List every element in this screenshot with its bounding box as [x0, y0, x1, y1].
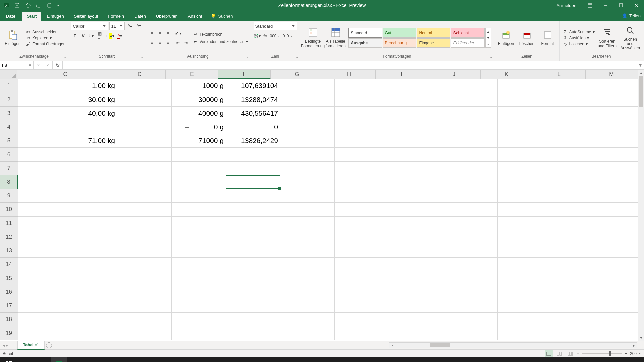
cell[interactable]	[335, 162, 389, 175]
font-color-button[interactable]: A ▾	[116, 32, 123, 40]
cell[interactable]	[18, 299, 117, 313]
borders-button[interactable]: ▦ ▾	[98, 32, 105, 40]
cell[interactable]: 30000 g	[172, 93, 226, 107]
indent-increase-button[interactable]: ⇥	[182, 39, 190, 46]
cell[interactable]	[498, 299, 552, 313]
cell[interactable]	[117, 79, 172, 93]
vertical-scrollbar[interactable]: ▲ ▼	[638, 70, 644, 341]
cell[interactable]	[18, 313, 117, 326]
column-header[interactable]: I	[376, 70, 428, 79]
cell[interactable]	[280, 107, 335, 120]
cell[interactable]	[117, 175, 172, 189]
cell[interactable]	[117, 285, 172, 299]
cell[interactable]	[552, 244, 606, 258]
cell[interactable]	[443, 134, 498, 148]
tab-file[interactable]: Datei	[1, 12, 21, 21]
cell[interactable]	[443, 107, 498, 120]
cell[interactable]	[335, 134, 389, 148]
cell[interactable]	[443, 203, 498, 217]
cell[interactable]	[335, 272, 389, 285]
cell[interactable]	[552, 93, 606, 107]
cell[interactable]	[498, 107, 552, 120]
copy-button[interactable]: ⧉Kopieren ▾	[25, 35, 65, 41]
cell[interactable]	[552, 230, 606, 244]
cell[interactable]	[117, 217, 172, 230]
cell[interactable]	[335, 285, 389, 299]
cell[interactable]	[389, 313, 443, 326]
cell[interactable]	[389, 217, 443, 230]
cell[interactable]	[389, 120, 443, 134]
cell[interactable]	[389, 244, 443, 258]
row-header[interactable]: 16	[0, 285, 18, 299]
cell[interactable]: 71000 g	[172, 134, 226, 148]
close-icon[interactable]	[629, 0, 644, 11]
cell[interactable]	[443, 217, 498, 230]
fill-button[interactable]: ↧Ausfüllen ▾	[562, 35, 595, 41]
select-all-corner[interactable]	[0, 70, 17, 79]
cell[interactable]: 40000 g	[172, 107, 226, 120]
format-as-table-button[interactable]: Als Tabelle formatieren	[326, 27, 346, 48]
cell[interactable]	[172, 299, 226, 313]
cell[interactable]	[280, 120, 335, 134]
align-top-button[interactable]: ≡	[148, 29, 155, 37]
cell[interactable]: 0 g	[172, 120, 226, 134]
find-select-button[interactable]: Suchen und Auswählen	[620, 25, 640, 51]
cell[interactable]	[18, 326, 117, 340]
cell[interactable]	[443, 120, 498, 134]
column-header[interactable]: D	[113, 70, 166, 79]
style-ausgabe[interactable]: Ausgabe	[348, 38, 382, 48]
align-bottom-button[interactable]: ≡	[164, 29, 171, 37]
cell[interactable]	[117, 203, 172, 217]
delete-cells-button[interactable]: Löschen	[518, 29, 536, 46]
scroll-left-icon[interactable]: ◂	[389, 343, 395, 348]
excel-taskbar-icon[interactable]: X	[51, 357, 67, 362]
cell[interactable]	[335, 217, 389, 230]
cell[interactable]	[117, 189, 172, 203]
cell[interactable]	[226, 162, 280, 175]
cell[interactable]	[389, 203, 443, 217]
cell[interactable]	[280, 189, 335, 203]
column-header[interactable]: H	[323, 70, 376, 79]
tab-data[interactable]: Daten	[129, 12, 151, 21]
cell[interactable]	[226, 148, 280, 162]
cell[interactable]	[389, 175, 443, 189]
decrease-font-button[interactable]: A▾	[135, 22, 142, 29]
row-header[interactable]: 7	[0, 162, 18, 175]
cell[interactable]	[226, 230, 280, 244]
column-header[interactable]: F	[218, 70, 271, 79]
cell[interactable]	[335, 79, 389, 93]
cell[interactable]	[280, 299, 335, 313]
paste-button[interactable]: Einfügen	[3, 29, 23, 46]
cell[interactable]	[18, 203, 117, 217]
row-header[interactable]: 18	[0, 313, 18, 326]
tab-page-layout[interactable]: Seitenlayout	[69, 12, 103, 21]
row-header[interactable]: 12	[0, 230, 18, 244]
cell[interactable]	[552, 189, 606, 203]
cell[interactable]	[280, 203, 335, 217]
format-painter-button[interactable]: 🖌Format übertragen	[25, 41, 65, 47]
row-header[interactable]: 9	[0, 189, 18, 203]
cell[interactable]	[498, 120, 552, 134]
cell[interactable]	[172, 313, 226, 326]
cell[interactable]	[226, 272, 280, 285]
cell[interactable]	[280, 272, 335, 285]
cell[interactable]	[498, 93, 552, 107]
row-header[interactable]: 1	[0, 79, 18, 93]
share-button[interactable]: 👤 Teilen	[622, 11, 641, 21]
cell[interactable]	[498, 326, 552, 340]
align-center-button[interactable]: ≡	[156, 39, 163, 46]
cell[interactable]	[498, 203, 552, 217]
format-cells-button[interactable]: Format	[539, 29, 557, 46]
cell[interactable]	[18, 148, 117, 162]
cell[interactable]: 13826,2429	[226, 134, 280, 148]
file-explorer-taskbar-icon[interactable]	[17, 357, 34, 362]
row-header[interactable]: 14	[0, 258, 18, 272]
column-header[interactable]: G	[271, 70, 323, 79]
cell[interactable]	[18, 285, 117, 299]
sort-filter-button[interactable]: Sortieren und Filtern	[597, 27, 618, 48]
cell[interactable]: 107,639104	[226, 79, 280, 93]
cell[interactable]	[443, 162, 498, 175]
cell[interactable]	[335, 148, 389, 162]
accounting-format-button[interactable]: 💱▾	[254, 32, 261, 40]
cell[interactable]	[498, 134, 552, 148]
